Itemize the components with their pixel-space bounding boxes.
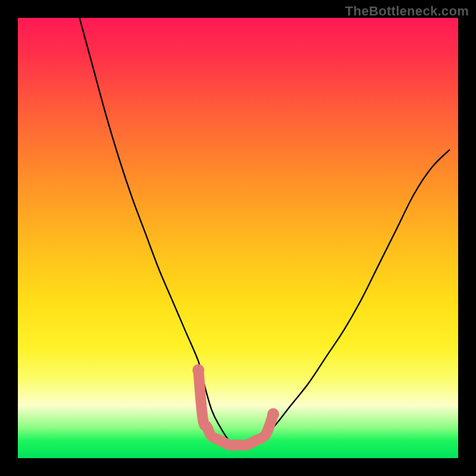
bottleneck-curve (80, 18, 450, 446)
svg-point-1 (267, 408, 279, 420)
chart-plot-area (18, 18, 458, 458)
chart-svg (18, 18, 458, 458)
watermark-text: TheBottleneck.com (345, 4, 469, 19)
highlight-band (192, 364, 279, 445)
chart-frame: TheBottleneck.com (0, 0, 476, 476)
svg-point-0 (192, 364, 204, 376)
